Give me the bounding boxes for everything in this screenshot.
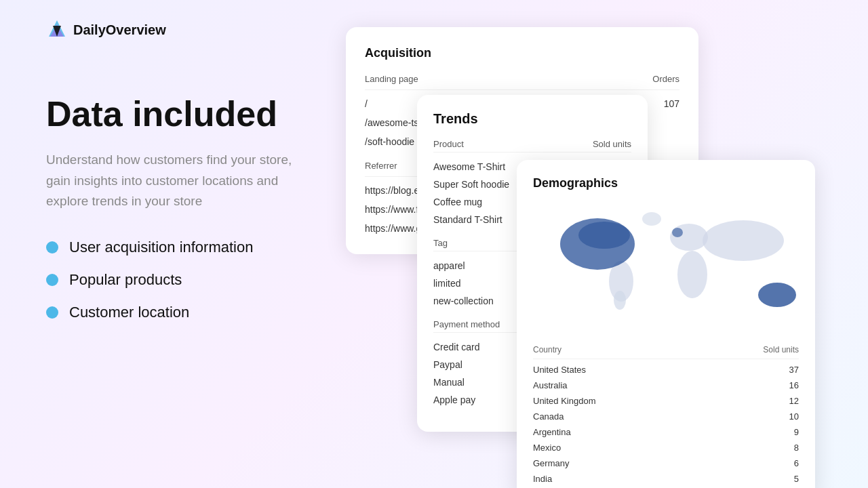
units-1: 37 <box>789 365 799 375</box>
demo-sold-col: Sold units <box>763 345 799 354</box>
country-6: Mexico <box>533 443 561 453</box>
landing-orders-1: 107 <box>664 98 679 109</box>
logo-area: DailyOverview <box>46 19 166 41</box>
svg-point-3 <box>670 224 708 251</box>
main-heading: Data included <box>46 95 372 134</box>
demo-row-1: United States 37 <box>533 362 799 378</box>
svg-point-6 <box>758 283 796 307</box>
landing-page-col: Landing page <box>365 74 418 84</box>
svg-point-10 <box>578 222 630 249</box>
demo-row-4: Canada 10 <box>533 409 799 424</box>
country-5: Argentina <box>533 427 571 437</box>
acquisition-table-header: Landing page Orders <box>365 74 679 90</box>
bullet-3 <box>46 306 58 319</box>
feature-item-3: Customer location <box>46 304 372 321</box>
demo-row-2: Australia 16 <box>533 378 799 393</box>
country-3: United Kingdom <box>533 396 596 406</box>
svg-point-9 <box>642 212 661 226</box>
demo-row-6: Mexico 8 <box>533 440 799 455</box>
country-2: Australia <box>533 380 568 390</box>
feature-label-2: Popular products <box>69 271 182 289</box>
demo-row-8: India 5 <box>533 471 799 487</box>
units-8: 5 <box>794 474 799 484</box>
svg-point-5 <box>677 251 707 298</box>
units-7: 6 <box>794 458 799 468</box>
bullet-1 <box>46 241 58 253</box>
logo-text: DailyOverview <box>73 22 166 38</box>
demographics-card: Demographics Country <box>517 160 815 488</box>
demo-table-header: Country Sold units <box>533 345 799 359</box>
sold-units-col-label: Sold units <box>593 139 631 149</box>
trends-title: Trends <box>433 111 631 127</box>
feature-label-1: User acquisition information <box>69 239 253 256</box>
svg-point-12 <box>614 291 626 310</box>
country-8: India <box>533 474 552 484</box>
feature-item-1: User acquisition information <box>46 239 372 256</box>
acquisition-title: Acquisition <box>365 46 679 60</box>
demo-row-7: Germany 6 <box>533 455 799 471</box>
svg-point-11 <box>672 228 683 237</box>
trends-product-label: Product Sold units <box>433 139 631 152</box>
units-6: 8 <box>794 443 799 453</box>
sub-text: Understand how customers find your store… <box>46 150 317 211</box>
country-7: Germany <box>533 458 569 468</box>
feature-list: User acquisition information Popular pro… <box>46 239 372 321</box>
product-col-label: Product <box>433 139 464 149</box>
units-5: 9 <box>794 427 799 437</box>
units-3: 12 <box>789 396 799 406</box>
demo-row-5: Argentina 9 <box>533 424 799 440</box>
svg-point-4 <box>703 220 784 261</box>
referrer-col: Referrer <box>365 161 397 171</box>
logo-icon <box>46 19 68 41</box>
country-1: United States <box>533 365 586 375</box>
country-col: Country <box>533 345 561 354</box>
country-4: Canada <box>533 411 564 422</box>
world-map <box>533 200 799 336</box>
demographics-title: Demographics <box>533 176 799 190</box>
units-4: 10 <box>789 411 799 422</box>
orders-col: Orders <box>652 74 679 84</box>
map-svg <box>533 200 799 336</box>
demo-row-3: United Kingdom 12 <box>533 393 799 409</box>
landing-path-1: / <box>365 98 368 109</box>
feature-item-2: Popular products <box>46 271 372 289</box>
units-2: 16 <box>789 380 799 390</box>
feature-label-3: Customer location <box>69 304 189 321</box>
bullet-2 <box>46 274 58 286</box>
landing-path-3: /soft-hoodie <box>365 136 414 147</box>
left-content: Data included Understand how customers f… <box>46 95 372 321</box>
